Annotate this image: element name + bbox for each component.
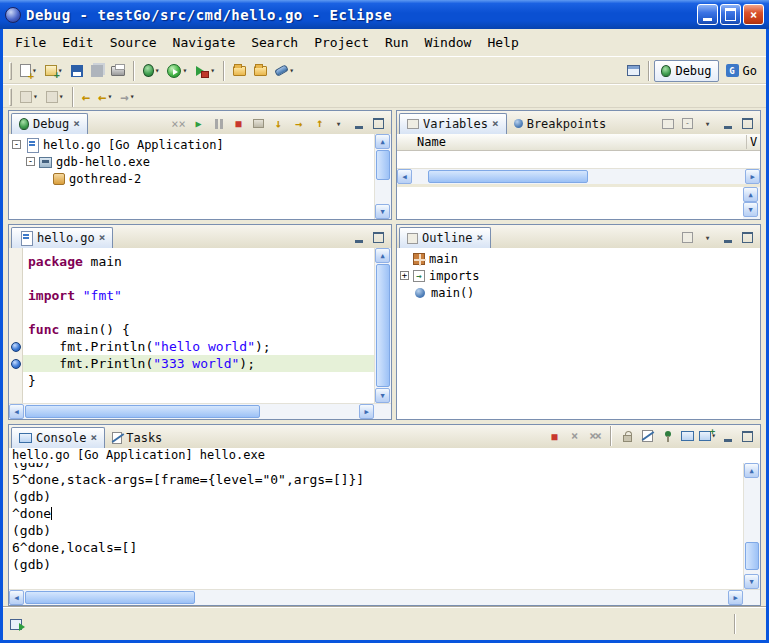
dropdown-icon[interactable]: ▾ — [182, 67, 187, 75]
dropdown-icon[interactable]: ▾ — [108, 93, 113, 101]
tab-breakpoints[interactable]: Breakpoints — [507, 113, 613, 134]
editor-ruler[interactable] — [9, 248, 23, 403]
view-menu-button[interactable]: ▼ — [330, 115, 347, 132]
open-perspective-button[interactable] — [623, 60, 644, 82]
titlebar[interactable]: Debug - testGo/src/cmd/hello.go - Eclips… — [0, 0, 769, 29]
external-tools-button[interactable]: ▾ — [191, 60, 219, 82]
terminate-button[interactable]: ■ — [230, 115, 247, 132]
scroll-up-icon[interactable]: ▲ — [744, 463, 759, 478]
perspective-debug-button[interactable]: Debug — [654, 60, 718, 82]
scroll-right-icon[interactable]: ▶ — [745, 169, 760, 184]
view-menu-button[interactable]: ▼ — [699, 115, 716, 132]
collapse-all-button[interactable] — [679, 115, 696, 132]
menu-file[interactable]: File — [7, 32, 54, 53]
tab-console[interactable]: Console × — [11, 427, 105, 448]
maximize-view-button[interactable] — [370, 115, 387, 132]
remove-all-launches-button[interactable]: ×× — [586, 428, 603, 445]
sort-button[interactable] — [679, 229, 696, 246]
code-editor[interactable]: package mainimport "fmt"func main() { fm… — [23, 248, 374, 403]
open-type-button[interactable] — [250, 60, 271, 82]
menu-navigate[interactable]: Navigate — [165, 32, 244, 53]
toolbar-grip[interactable] — [9, 62, 12, 80]
scrollbar-track[interactable] — [24, 590, 728, 605]
scrollbar-thumb[interactable] — [376, 150, 390, 180]
console-output[interactable]: (gdb)5^done,stack-args=[frame={level="0"… — [9, 463, 743, 589]
open-resource-button[interactable] — [229, 60, 250, 82]
column-name[interactable]: Name — [397, 135, 746, 149]
menu-source[interactable]: Source — [102, 32, 165, 53]
maximize-window-button[interactable] — [720, 4, 741, 25]
maximize-view-button[interactable] — [739, 229, 756, 246]
scroll-down-icon[interactable]: ▼ — [375, 204, 390, 219]
scroll-lock-button[interactable] — [619, 428, 636, 445]
next-annotation-button[interactable]: ▾ — [16, 86, 42, 108]
breakpoint-icon[interactable] — [11, 342, 21, 352]
variables-tree-empty[interactable] — [397, 151, 760, 168]
remove-terminated-button[interactable]: ×× — [170, 115, 187, 132]
dropdown-icon[interactable]: ▾ — [155, 67, 160, 75]
dropdown-icon[interactable]: ▾ — [59, 93, 64, 101]
new-wizard-button[interactable]: ▾ — [16, 60, 41, 82]
menu-edit[interactable]: Edit — [54, 32, 101, 53]
menu-run[interactable]: Run — [377, 32, 416, 53]
variables-detail-pane[interactable]: ▲ ▼ — [397, 187, 760, 219]
minimize-view-button[interactable] — [719, 428, 736, 445]
clear-console-button[interactable] — [639, 428, 656, 445]
scrollbar-thumb[interactable] — [376, 264, 390, 387]
horizontal-scrollbar[interactable]: ◀ ▶ — [397, 168, 760, 184]
maximize-view-button[interactable] — [739, 115, 756, 132]
menu-help[interactable]: Help — [479, 32, 526, 53]
search-button[interactable]: ▾ — [271, 60, 298, 82]
tree-item[interactable]: +imports — [397, 267, 760, 284]
scrollbar-thumb[interactable] — [745, 542, 759, 570]
minimize-view-button[interactable] — [350, 229, 367, 246]
dropdown-icon[interactable]: ▾ — [210, 67, 215, 75]
disconnect-button[interactable] — [250, 115, 267, 132]
scrollbar-thumb[interactable] — [25, 591, 195, 604]
tab-outline[interactable]: Outline × — [399, 227, 491, 248]
dropdown-icon[interactable]: ▾ — [130, 93, 135, 101]
view-menu-button[interactable]: ▼ — [699, 229, 716, 246]
close-icon[interactable]: × — [91, 433, 98, 443]
resume-button[interactable]: ▶ — [190, 115, 207, 132]
minimize-view-button[interactable] — [350, 115, 367, 132]
scrollbar-track[interactable] — [744, 478, 760, 574]
horizontal-scrollbar[interactable]: ◀ ▶ — [9, 403, 391, 419]
vertical-scrollbar[interactable]: ▲ ▼ — [743, 463, 760, 589]
tree-item[interactable]: main() — [397, 284, 760, 301]
horizontal-scrollbar[interactable]: ◀ ▶ — [9, 589, 760, 605]
close-icon[interactable]: × — [73, 119, 80, 129]
print-button[interactable] — [107, 60, 129, 82]
tab-hello-go[interactable]: hello.go × — [11, 227, 113, 248]
expander-icon[interactable]: + — [400, 271, 409, 280]
save-button[interactable] — [67, 60, 87, 82]
vertical-scrollbar[interactable]: ▲ ▼ — [374, 248, 391, 403]
scroll-right-icon[interactable]: ▶ — [359, 404, 374, 419]
close-icon[interactable]: × — [477, 233, 484, 243]
scroll-left-icon[interactable]: ◀ — [9, 590, 24, 605]
tab-debug[interactable]: Debug × — [11, 113, 88, 134]
step-over-button[interactable]: → — [290, 115, 307, 132]
back-button[interactable]: ←▾ — [94, 86, 116, 108]
step-return-button[interactable]: → — [310, 115, 327, 132]
suspend-button[interactable] — [210, 115, 227, 132]
maximize-view-button[interactable] — [370, 229, 387, 246]
breakpoint-icon[interactable] — [11, 359, 21, 369]
close-icon[interactable]: × — [99, 233, 106, 243]
fast-view-icon[interactable] — [9, 617, 25, 631]
close-icon[interactable]: × — [492, 119, 499, 129]
step-into-button[interactable]: → — [270, 115, 287, 132]
outline-tree[interactable]: main+importsmain() — [397, 248, 760, 419]
scrollbar-track[interactable] — [412, 169, 745, 184]
scrollbar-thumb[interactable] — [428, 170, 588, 183]
scroll-down-icon[interactable]: ▼ — [375, 388, 390, 403]
tree-item[interactable]: -gdb-hello.exe — [9, 153, 374, 170]
vertical-scrollbar[interactable]: ▲ ▼ — [374, 134, 391, 219]
toolbar-grip[interactable] — [9, 88, 12, 106]
expander-icon[interactable]: - — [12, 140, 21, 149]
maximize-view-button[interactable] — [739, 428, 756, 445]
run-launch-button[interactable]: ▾ — [163, 60, 191, 82]
scrollbar-track[interactable] — [375, 263, 391, 388]
scroll-left-icon[interactable]: ◀ — [397, 169, 412, 184]
new-element-button[interactable]: ▾ — [41, 60, 67, 82]
